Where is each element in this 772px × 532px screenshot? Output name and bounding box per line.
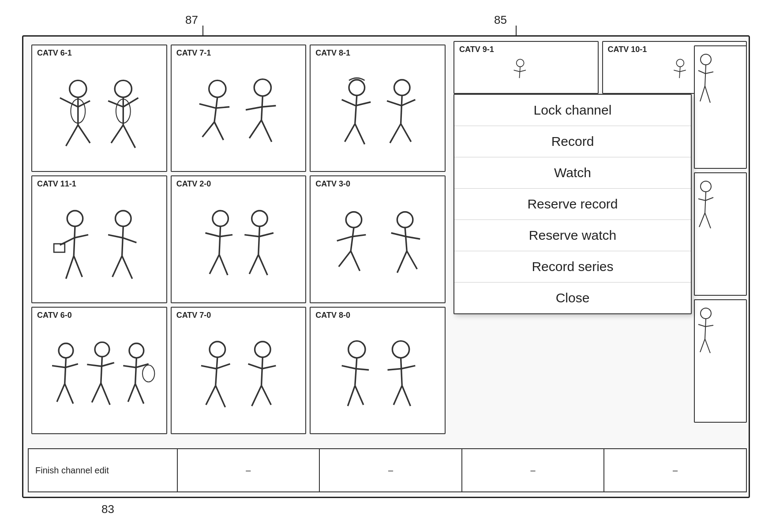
svg-line-101 (261, 357, 262, 386)
context-menu-watch[interactable]: Watch (454, 157, 691, 189)
svg-line-121 (520, 70, 526, 71)
svg-point-51 (213, 211, 229, 227)
context-menu-close[interactable]: Close (454, 283, 691, 313)
svg-line-79 (57, 384, 65, 402)
bottom-bar: Finish channel edit – – – – (28, 448, 747, 492)
svg-line-59 (244, 234, 259, 236)
svg-line-33 (401, 95, 402, 123)
svg-line-61 (249, 255, 258, 274)
svg-line-56 (219, 255, 228, 275)
svg-point-132 (701, 181, 711, 192)
svg-line-31 (355, 123, 364, 144)
svg-line-103 (262, 366, 276, 369)
svg-line-16 (199, 104, 216, 108)
channel-tile-catv2-0[interactable]: CATV 2-0 (171, 175, 307, 303)
svg-point-57 (252, 211, 268, 227)
context-menu-reserve-watch[interactable]: Reserve watch (454, 220, 691, 251)
svg-line-64 (351, 227, 354, 251)
svg-line-47 (108, 234, 123, 238)
svg-line-39 (74, 226, 75, 256)
svg-line-97 (216, 364, 230, 369)
context-menu-record-series[interactable]: Record series (454, 251, 691, 283)
svg-line-78 (65, 364, 78, 368)
svg-line-125 (680, 70, 686, 71)
channel-tile-catv9-1[interactable]: CATV 9-1 (453, 41, 599, 94)
svg-line-4 (66, 125, 78, 146)
svg-line-128 (698, 71, 705, 74)
svg-line-19 (214, 122, 223, 140)
svg-line-89 (123, 366, 136, 368)
svg-line-22 (246, 107, 262, 110)
svg-line-18 (202, 122, 214, 137)
svg-line-141 (705, 325, 713, 327)
bottom-bar-dash3: – (462, 449, 605, 491)
svg-point-81 (95, 342, 109, 357)
svg-line-108 (341, 366, 355, 369)
svg-point-100 (255, 342, 270, 357)
svg-line-21 (261, 96, 262, 120)
svg-line-86 (101, 383, 110, 405)
channel-art-catv7-0 (172, 308, 306, 433)
svg-line-76 (65, 358, 66, 384)
svg-line-67 (338, 251, 350, 267)
svg-line-137 (705, 213, 711, 228)
svg-point-20 (254, 79, 271, 96)
svg-line-41 (75, 234, 88, 238)
bottom-bar-finish-channel-edit[interactable]: Finish channel edit (29, 449, 178, 491)
svg-point-14 (209, 80, 226, 97)
svg-line-29 (356, 102, 371, 105)
svg-line-99 (216, 386, 225, 407)
svg-line-123 (679, 67, 680, 78)
svg-line-43 (74, 256, 82, 277)
svg-point-69 (397, 212, 413, 228)
svg-line-28 (341, 100, 355, 106)
svg-point-38 (67, 211, 83, 227)
svg-line-104 (252, 386, 262, 406)
svg-line-23 (262, 105, 276, 107)
context-menu-lock-channel[interactable]: Lock channel (454, 95, 691, 126)
channel-label-catv9-1: CATV 9-1 (458, 45, 495, 55)
svg-line-34 (387, 100, 401, 105)
channel-label-catv7-1: CATV 7-1 (175, 48, 213, 58)
channel-tile-catv6-1[interactable]: CATV 6-1 (31, 45, 167, 172)
context-menu: Lock channel Record Watch Reserve record… (453, 94, 692, 314)
svg-line-116 (393, 386, 402, 405)
svg-line-82 (101, 357, 102, 383)
context-menu-record[interactable]: Record (454, 126, 691, 157)
partial-tile-2 (694, 172, 747, 296)
svg-line-17 (216, 107, 229, 108)
svg-line-46 (122, 226, 124, 256)
context-menu-reserve-record[interactable]: Reserve record (454, 189, 691, 220)
main-container: CATV 6-1 (22, 35, 750, 498)
channel-label-catv11-1: CATV 11-1 (36, 179, 78, 189)
svg-point-32 (394, 80, 410, 96)
svg-line-53 (205, 233, 220, 236)
channel-label-catv2-0: CATV 2-0 (175, 179, 213, 189)
svg-line-115 (401, 366, 415, 369)
channel-tile-catv8-0[interactable]: CATV 8-0 (310, 307, 446, 434)
channel-tile-catv8-1[interactable]: CATV 8-1 (310, 45, 446, 172)
svg-line-24 (249, 120, 261, 138)
channel-tile-catv7-1[interactable]: CATV 7-1 (171, 45, 307, 172)
channel-label-catv6-0: CATV 6-0 (36, 310, 73, 320)
annotation-85: 85 (494, 13, 507, 27)
svg-line-119 (520, 67, 521, 78)
channel-art-catv8-0 (311, 308, 445, 433)
channel-tile-catv11-1[interactable]: CATV 11-1 (31, 175, 167, 303)
svg-point-106 (348, 341, 365, 358)
svg-line-70 (405, 227, 407, 251)
svg-point-94 (210, 342, 225, 357)
svg-line-66 (352, 234, 365, 236)
svg-line-11 (123, 125, 135, 148)
svg-line-98 (206, 386, 216, 405)
channel-tile-catv3-0[interactable]: CATV 3-0 (310, 175, 446, 303)
svg-line-111 (355, 386, 363, 405)
channel-art-catv11-1 (32, 176, 166, 302)
channel-tile-catv6-0[interactable]: CATV 6-0 (31, 307, 167, 434)
channel-tile-catv7-0[interactable]: CATV 7-0 (171, 307, 307, 434)
svg-line-85 (92, 383, 101, 402)
channel-art-catv6-0 (32, 308, 166, 433)
svg-point-6 (115, 80, 131, 97)
svg-line-68 (351, 251, 360, 271)
svg-point-122 (676, 59, 684, 67)
